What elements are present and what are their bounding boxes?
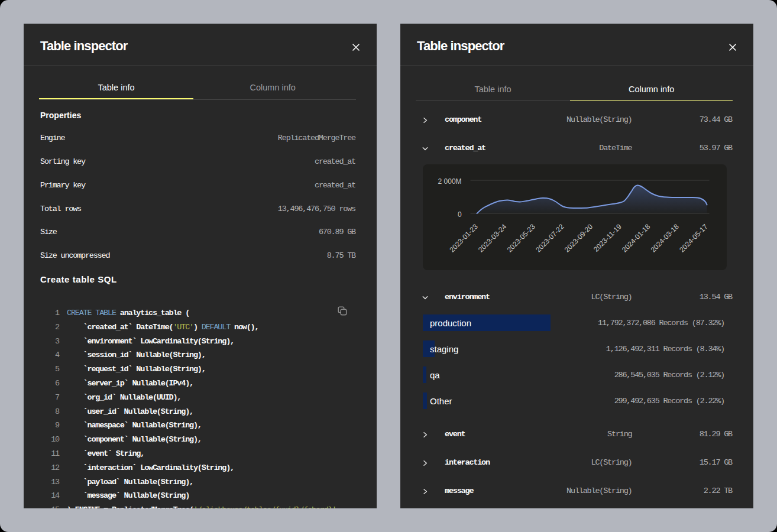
svg-text:2023-03-24: 2023-03-24 [477,222,509,254]
svg-text:2023-09-20: 2023-09-20 [563,222,595,254]
svg-text:2023-11-19: 2023-11-19 [592,222,623,254]
svg-text:2 000M: 2 000M [438,177,462,186]
svg-text:2023-07-22: 2023-07-22 [534,222,566,254]
svg-text:2023-01-23: 2023-01-23 [448,222,480,254]
svg-text:2024-03-18: 2024-03-18 [649,222,681,254]
svg-text:0: 0 [458,210,462,219]
svg-text:2023-05-23: 2023-05-23 [506,222,538,254]
svg-text:2024-01-18: 2024-01-18 [620,222,652,254]
svg-text:2024-05-17: 2024-05-17 [678,222,710,254]
